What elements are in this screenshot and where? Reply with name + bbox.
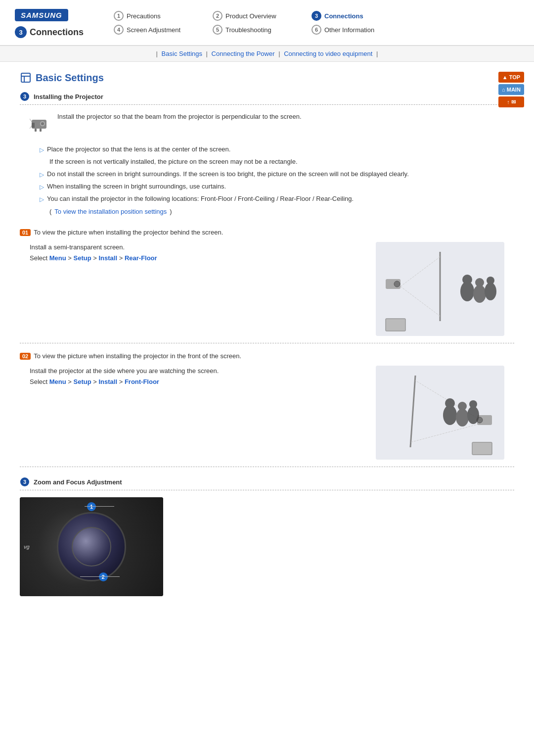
svg-text:3: 3 xyxy=(23,94,26,99)
page-wrapper: SAMSUNG 3 Connections 1 Precautions 2 Pr… xyxy=(0,0,534,616)
subsection-icon: 3 xyxy=(20,92,30,101)
nav-num-4: 4 xyxy=(114,25,124,35)
step-01-text1: Install a semi-transparent screen. xyxy=(30,242,356,253)
step-01-header-text: To view the picture when installing the … xyxy=(34,229,223,236)
bullet-text-3: When installing the screen in bright sur… xyxy=(47,182,226,192)
svg-line-9 xyxy=(30,119,32,122)
projector-icon xyxy=(30,112,51,134)
svg-line-13 xyxy=(400,286,440,316)
breadcrumb-connecting-video[interactable]: Connecting to video equipment xyxy=(284,50,372,57)
step-02-text1: Install the projector at the side where … xyxy=(30,366,356,377)
step-02-badge: 02 xyxy=(20,353,31,360)
bullet-text-2: Do not install the screen in bright surr… xyxy=(47,169,409,180)
svg-point-30 xyxy=(445,398,455,408)
link-paren-open: ( xyxy=(49,207,51,217)
zoom-section-icon: 3 xyxy=(20,477,30,487)
breadcrumb-bar: | Basic Settings | Connecting the Power … xyxy=(0,46,534,62)
svg-point-21 xyxy=(485,283,496,300)
svg-line-12 xyxy=(400,257,440,286)
subsection-zoom: 3 Zoom and Focus Adjustment xyxy=(20,477,514,490)
svg-point-31 xyxy=(456,409,469,426)
bullet-item-3: ▷ When installing the screen in bright s… xyxy=(40,182,514,192)
nav-label-5: Troubleshooting xyxy=(225,26,271,34)
bullet-item-2: ▷ Do not install the screen in bright su… xyxy=(40,169,514,180)
nav-item-other-information[interactable]: 6 Other Information xyxy=(312,25,400,35)
line-2 xyxy=(80,576,120,577)
nav-grid: 1 Precautions 2 Product Overview 3 Conne… xyxy=(114,11,400,35)
step-01-badge: 01 xyxy=(20,229,31,236)
installation-position-link[interactable]: To view the installation position settin… xyxy=(54,207,167,217)
section-number-badge: 3 xyxy=(15,26,27,38)
step-01-content: Install a semi-transparent screen. Selec… xyxy=(20,242,514,336)
step-02-header-text: To view the picture when installing the … xyxy=(34,352,241,360)
intro-area: Install the projector so that the beam f… xyxy=(20,112,514,134)
step01-rear-link[interactable]: Rear-Floor xyxy=(125,254,157,262)
svg-line-25 xyxy=(410,423,485,442)
projector-svg xyxy=(30,112,51,134)
nav-label-2: Product Overview xyxy=(225,12,276,20)
main-content: ▲ TOP ⌂ MAIN ↑ ✉ Basic Settings xyxy=(0,62,534,616)
top-button[interactable]: ▲ TOP xyxy=(498,72,524,83)
bullet-text-4: You can install the projector in the fol… xyxy=(47,194,354,204)
bullet-list: ▷ Place the projector so that the lens i… xyxy=(40,144,514,217)
svg-point-6 xyxy=(41,122,44,125)
svg-point-32 xyxy=(458,402,467,411)
vg-label: vg xyxy=(24,544,30,550)
nav-item-product-overview[interactable]: 2 Product Overview xyxy=(213,11,302,21)
subsection-label: Installing the Projector xyxy=(34,93,103,100)
svg-point-20 xyxy=(475,278,484,287)
breadcrumb-basic-settings[interactable]: Basic Settings xyxy=(162,50,202,57)
nav-label-6: Other Information xyxy=(324,26,374,34)
side-nav: ▲ TOP ⌂ MAIN ↑ ✉ xyxy=(498,72,524,107)
nav-item-precautions[interactable]: 1 Precautions xyxy=(114,11,203,21)
header-left: SAMSUNG 3 Connections xyxy=(15,9,94,38)
badge-1: 1 xyxy=(87,502,96,511)
step02-front-link[interactable]: Front-Floor xyxy=(125,378,159,385)
step01-install-link[interactable]: Install xyxy=(98,254,117,262)
nav-num-5: 5 xyxy=(213,25,222,35)
up-arrow-icon: ↑ xyxy=(507,99,510,105)
step02-menu-link[interactable]: Menu xyxy=(49,378,66,385)
main-icon: ⌂ xyxy=(502,87,505,93)
step-02-section: 02 To view the picture when installing t… xyxy=(20,352,514,467)
step-02-image xyxy=(376,366,504,460)
nav-label-4: Screen Adjustment xyxy=(127,26,180,34)
breadcrumb-sep-2: | xyxy=(278,50,282,57)
top-arrow-icon: ▲ xyxy=(502,74,508,80)
svg-rect-7 xyxy=(35,129,37,132)
bullet-item-link: ( To view the installation position sett… xyxy=(49,207,514,217)
nav-label-1: Precautions xyxy=(127,12,161,20)
breadcrumb-sep-1: | xyxy=(206,50,210,57)
main-button[interactable]: ⌂ MAIN xyxy=(498,84,524,95)
bullet-arrow-1: ▷ xyxy=(40,145,44,155)
intro-text: Install the projector so that the beam f… xyxy=(57,112,302,122)
svg-point-19 xyxy=(473,285,486,303)
bullet-text-1: Place the projector so that the lens is … xyxy=(47,144,230,155)
badge-2: 2 xyxy=(99,572,108,581)
up-button[interactable]: ↑ ✉ xyxy=(498,96,524,107)
step01-setup-link[interactable]: Setup xyxy=(74,254,91,262)
step-02-text-block: Install the projector at the side where … xyxy=(30,366,356,387)
samsung-logo: SAMSUNG xyxy=(15,9,68,21)
top-label: TOP xyxy=(509,74,520,80)
svg-line-23 xyxy=(410,376,415,447)
step01-menu-link[interactable]: Menu xyxy=(49,254,66,262)
step-02-content: Install the projector at the side where … xyxy=(20,366,514,460)
nav-num-1: 1 xyxy=(114,11,124,21)
bullet-item-1b: If the screen is not vertically installe… xyxy=(49,157,514,167)
step02-setup-link[interactable]: Setup xyxy=(74,378,91,385)
breadcrumb-connecting-power[interactable]: Connecting the Power xyxy=(212,50,275,57)
lens-inner xyxy=(72,527,111,567)
header: SAMSUNG 3 Connections 1 Precautions 2 Pr… xyxy=(0,0,534,46)
current-section-label: Connections xyxy=(30,27,84,38)
nav-label-3: Connections xyxy=(324,12,363,20)
svg-rect-8 xyxy=(40,129,42,132)
breadcrumb-end-separator: | xyxy=(376,50,378,57)
nav-item-connections[interactable]: 3 Connections xyxy=(312,11,400,21)
nav-item-troubleshooting[interactable]: 5 Troubleshooting xyxy=(213,25,302,35)
nav-item-screen-adjustment[interactable]: 4 Screen Adjustment xyxy=(114,25,203,35)
step-01-text-block: Install a semi-transparent screen. Selec… xyxy=(30,242,356,264)
step02-install-link[interactable]: Install xyxy=(98,378,117,385)
svg-point-18 xyxy=(462,275,472,284)
line-1 xyxy=(85,506,114,507)
